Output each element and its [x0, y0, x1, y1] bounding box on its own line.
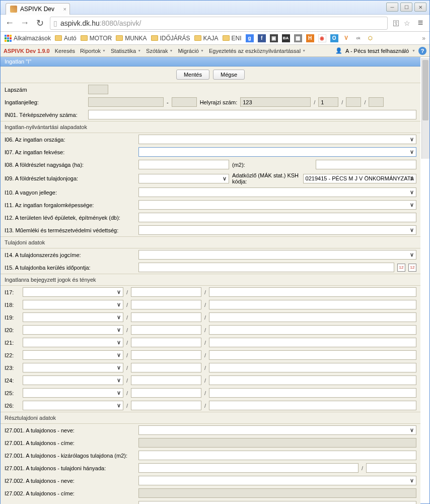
input-owner2-m2[interactable] [138, 501, 416, 504]
select-jog-2[interactable]: ∨ [23, 312, 123, 322]
input-jog-9-a[interactable] [131, 401, 201, 410]
menu-icon[interactable]: ≡ [415, 18, 425, 28]
select-jog-9[interactable]: ∨ [23, 401, 123, 410]
input-helyrajzi-3[interactable] [346, 97, 361, 107]
input-jog-1-b[interactable] [209, 300, 416, 309]
ba-icon[interactable]: BA [282, 34, 290, 42]
input-ingatlanjelleg-2[interactable] [172, 97, 197, 107]
bookmark-folder[interactable]: MOTOR [81, 35, 112, 42]
input-jog-0-b[interactable] [209, 287, 416, 297]
select-jog-5[interactable]: ∨ [23, 350, 123, 360]
v-icon[interactable]: V [342, 34, 350, 42]
input-in01[interactable] [88, 110, 416, 119]
input-jog-4-a[interactable] [131, 338, 201, 347]
close-icon[interactable]: × [63, 6, 66, 12]
reload-icon[interactable]: ↻ [35, 18, 45, 29]
grid2-icon[interactable]: ▦ [294, 34, 302, 42]
star-icon[interactable]: ☆ [404, 19, 410, 27]
select-jog-7[interactable]: ∨ [23, 375, 123, 385]
forward-icon[interactable]: → [20, 18, 30, 28]
input-i15[interactable] [138, 263, 394, 272]
ok-icon[interactable]: ok [354, 34, 363, 42]
select-owner2-name[interactable]: ∨ [138, 476, 416, 485]
input-i08-ha[interactable] [138, 160, 229, 169]
h-icon[interactable]: H [306, 34, 314, 42]
input-jog-4-b[interactable] [209, 338, 416, 347]
menu-egyeztetes[interactable]: Egyeztetés az eszköznyilvántartással▼ [209, 48, 306, 54]
input-jog-5-a[interactable] [131, 350, 201, 360]
input-jog-9-b[interactable] [209, 401, 416, 410]
menu-szotarak[interactable]: Szótárak▼ [146, 48, 173, 54]
calendar-icon[interactable]: 12 [397, 264, 405, 272]
close-window-icon[interactable]: ✕ [414, 3, 426, 12]
user-name[interactable]: A - Pécs teszt felhasználó [345, 48, 409, 54]
target-icon[interactable]: ◉ [318, 34, 326, 42]
select-jog-1[interactable]: ∨ [23, 300, 123, 309]
select-owner1-name[interactable]: ∨ [138, 425, 416, 435]
input-jog-5-b[interactable] [209, 350, 416, 360]
input-lapszam[interactable] [88, 85, 108, 94]
input-owner1-hany2[interactable] [366, 463, 416, 473]
menu-kereses[interactable]: Keresés [55, 48, 75, 54]
input-ingatlanjelleg-1[interactable] [88, 97, 164, 107]
select-i10[interactable]: ∨ [138, 187, 416, 197]
dark-icon[interactable]: ▣ [270, 34, 278, 42]
menu-riportok[interactable]: Riportok▼ [80, 48, 106, 54]
select-i07[interactable]: ∨ [138, 147, 416, 157]
facebook-icon[interactable]: f [258, 34, 266, 42]
select-i09[interactable]: ∨ [138, 174, 229, 183]
minimize-icon[interactable]: ─ [386, 3, 398, 12]
url-input[interactable]: ▯ aspivk.dk.hu:8080/aspivk/ [50, 17, 388, 30]
select-i11[interactable]: ∨ [138, 200, 416, 210]
bookmark-folder[interactable]: KAJA [194, 35, 219, 42]
input-jog-7-a[interactable] [131, 375, 201, 385]
maximize-icon[interactable]: ☐ [400, 3, 412, 12]
input-jog-1-a[interactable] [131, 300, 201, 309]
apps-button[interactable]: Alkalmazások [5, 35, 51, 42]
input-jog-7-b[interactable] [209, 375, 416, 385]
bookmark-folder[interactable]: MUNKA [116, 35, 147, 42]
save-button[interactable]: Mentés [176, 70, 209, 80]
input-i08-m2[interactable] [316, 160, 416, 169]
input-helyrajzi-4[interactable] [369, 97, 384, 107]
help-icon[interactable]: ? [418, 47, 426, 55]
bookmark-folder[interactable]: Autó [55, 35, 77, 42]
select-i13[interactable]: ∨ [138, 225, 416, 235]
input-owner2-addr[interactable] [138, 488, 416, 498]
cube-icon[interactable]: ⬡ [367, 34, 375, 42]
overflow-icon[interactable]: » [422, 35, 425, 42]
select-i14[interactable]: ∨ [138, 250, 416, 260]
input-helyrajzi-2[interactable] [318, 97, 338, 107]
calendar-icon[interactable]: 12 [408, 264, 416, 272]
select-jog-3[interactable]: ∨ [23, 325, 123, 335]
menu-migracio[interactable]: Migráció▼ [178, 48, 204, 54]
input-jog-0-a[interactable] [131, 287, 201, 297]
select-jog-6[interactable]: ∨ [23, 363, 123, 372]
select-jog-8[interactable]: ∨ [23, 388, 123, 398]
select-jog-4[interactable]: ∨ [23, 338, 123, 347]
input-helyrajzi-1[interactable] [240, 97, 311, 107]
input-owner1-addr[interactable] [138, 438, 416, 448]
input-jog-6-b[interactable] [209, 363, 416, 372]
input-jog-8-a[interactable] [131, 388, 201, 398]
input-jog-2-b[interactable] [209, 312, 416, 322]
input-i12[interactable] [138, 213, 416, 222]
select-i06[interactable]: ∨ [138, 135, 416, 144]
menu-statisztika[interactable]: Statisztika▼ [111, 48, 141, 54]
o-icon[interactable]: O [330, 34, 338, 42]
select-i09b[interactable]: 0219415 - PÉCS M J V ÖNKORMÁNYZATA∨ [303, 174, 416, 183]
browser-tab[interactable]: ASPIVK Dev × [6, 3, 70, 15]
input-jog-3-a[interactable] [131, 325, 201, 335]
key-icon[interactable]: ⚿ [393, 19, 400, 27]
input-owner1-hany1[interactable] [138, 463, 359, 473]
input-jog-3-b[interactable] [209, 325, 416, 335]
input-jog-8-b[interactable] [209, 388, 416, 398]
input-owner1-m2[interactable] [138, 451, 416, 460]
bookmark-folder[interactable]: IDŐJÁRÁS [151, 35, 190, 42]
google-icon[interactable]: g [246, 34, 254, 42]
input-jog-6-a[interactable] [131, 363, 201, 372]
input-jog-2-a[interactable] [131, 312, 201, 322]
cancel-button[interactable]: Mégse [213, 70, 245, 80]
scrollbar[interactable] [421, 58, 429, 159]
select-jog-0[interactable]: ∨ [23, 287, 123, 297]
